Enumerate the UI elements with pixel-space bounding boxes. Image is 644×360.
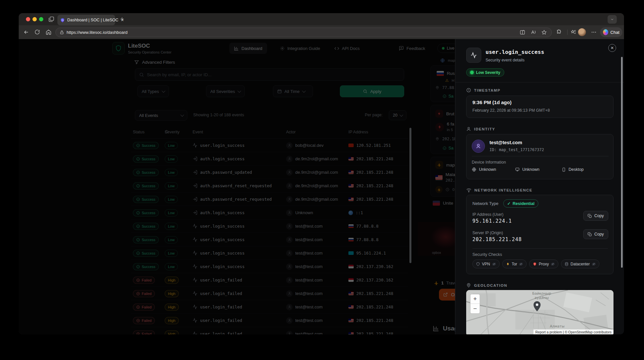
device-type: Desktop <box>562 167 584 172</box>
ip-user-label: IP Address (User) <box>472 212 503 217</box>
split-screen-icon[interactable] <box>520 30 525 35</box>
severity-badge-label: Low Severity <box>476 70 500 75</box>
refresh-icon[interactable] <box>34 29 40 35</box>
activity-pulse-icon <box>466 48 481 63</box>
tor-check-chip: Tor <box>502 259 527 268</box>
ip-user-value: 95.161.224.1 <box>472 218 512 224</box>
more-menu-icon[interactable] <box>591 29 597 35</box>
datacenter-check-chip: Datacenter <box>561 259 599 268</box>
event-title: user.login_success <box>486 49 544 55</box>
extensions-puzzle-icon[interactable] <box>556 29 562 35</box>
shield-icon <box>476 262 480 266</box>
check-icon: ✓ <box>507 201 510 206</box>
clock-icon <box>466 88 471 93</box>
copilot-chat-button[interactable]: Chat <box>600 27 622 37</box>
browser-tab[interactable]: Dashboard | SOC | LiteSOC ✕ <box>57 15 115 25</box>
map-zoom-controls: + − <box>470 294 480 314</box>
proxy-check-chip: Proxy <box>529 259 558 268</box>
tab-title: Dashboard | SOC | LiteSOC <box>67 18 118 22</box>
home-icon[interactable] <box>46 29 52 35</box>
zoom-in-button[interactable]: + <box>470 294 480 304</box>
favorites-bar-icon[interactable] <box>571 29 576 35</box>
toolbar-divider <box>567 30 568 35</box>
device-os: Unknown <box>515 167 539 172</box>
timestamp-card: 9:36 PM (1d ago) February 22, 2026 at 09… <box>466 96 613 118</box>
read-aloud-icon[interactable] <box>530 30 536 35</box>
profile-avatar[interactable] <box>578 28 586 36</box>
card-divider <box>472 156 609 156</box>
person-icon <box>466 126 471 131</box>
onion-icon <box>506 262 510 266</box>
lock-icon <box>60 30 64 34</box>
close-window-button[interactable] <box>26 17 30 21</box>
security-checks-label: Security Checks <box>472 252 502 257</box>
map-district-label: Байқоңырауданы <box>527 291 556 300</box>
url-text: https://www.litesoc.io/dashboard <box>67 30 520 35</box>
timestamp-full: February 22, 2026 at 09:36:13 PM GMT+8 <box>472 108 550 113</box>
new-tab-icon[interactable] <box>119 16 125 22</box>
copy-server-ip-button[interactable]: Copy <box>583 229 608 239</box>
tab-overview-icon[interactable] <box>48 16 54 22</box>
network-type-label: Network Type <box>472 201 498 206</box>
identity-card: test@test.com ID: map_test_1771767372 De… <box>466 134 613 179</box>
maximize-window-button[interactable] <box>39 17 43 21</box>
timestamp-section-header: TIMESTAMP <box>466 88 500 93</box>
page-content: LiteSOC Security Operations Center Dashb… <box>19 39 624 334</box>
wifi-icon <box>466 188 471 193</box>
map-city-label: Алматы <box>550 324 565 328</box>
browser-window: Dashboard | SOC | LiteSOC ✕ https://www.… <box>19 13 624 334</box>
eye-off-icon <box>492 262 496 266</box>
map-pin-icon <box>466 283 471 288</box>
location-pin-icon <box>533 301 541 312</box>
geolocation-map[interactable]: + − Байқоңырауданы Алматы Report a probl… <box>466 290 613 334</box>
site-favicon-shield-icon <box>60 18 65 23</box>
add-favorite-star-icon[interactable] <box>541 30 547 35</box>
device-info-label: Device Information <box>472 160 506 165</box>
ip-server-value: 202.185.221.248 <box>472 236 522 242</box>
eye-off-icon <box>519 262 523 266</box>
copy-icon <box>588 214 592 218</box>
eye-off-icon <box>592 262 596 266</box>
geolocation-section-header: GEOLOCATION <box>466 283 507 288</box>
copy-icon <box>588 232 592 236</box>
actor-email: test@test.com <box>489 140 522 145</box>
tab-list-chevron-icon[interactable] <box>608 15 617 24</box>
panel-scrollbar[interactable] <box>621 57 623 268</box>
vpn-check-chip: VPN <box>472 259 500 268</box>
zoom-out-button[interactable]: − <box>470 304 480 313</box>
copy-user-ip-button[interactable]: Copy <box>583 211 608 221</box>
copilot-logo-icon <box>603 29 608 35</box>
network-type-badge: ✓ Residential <box>503 199 538 208</box>
red-shield-icon <box>533 262 537 266</box>
browser-toolbar: https://www.litesoc.io/dashboard Chat <box>19 25 624 39</box>
event-subtitle: Security event details <box>486 58 525 62</box>
panel-divider <box>455 82 624 82</box>
ip-server-label: Server IP (Origin) <box>472 231 503 235</box>
server-icon <box>565 262 569 266</box>
monitor-icon <box>515 167 520 172</box>
identity-section-header: IDENTITY <box>466 126 495 131</box>
user-avatar <box>472 140 485 153</box>
security-checks-row: VPN Tor Proxy Datace <box>472 259 599 268</box>
network-card: Network Type ✓ Residential IP Address (U… <box>466 195 613 274</box>
device-browser: Unknown <box>472 167 496 172</box>
card-divider <box>472 248 608 249</box>
timestamp-relative: 9:36 PM (1d ago) <box>472 100 511 105</box>
map-attribution[interactable]: Report a problem | © OpenStreetMap contr… <box>533 329 613 334</box>
minimize-window-button[interactable] <box>32 17 37 21</box>
url-bar[interactable]: https://www.litesoc.io/dashboard <box>55 28 552 37</box>
green-dot-icon <box>470 71 474 74</box>
event-detail-panel: ✕ user.login_success Security event deta… <box>455 39 624 334</box>
globe-icon <box>472 167 476 172</box>
tab-bar: Dashboard | SOC | LiteSOC ✕ <box>19 13 624 25</box>
chat-button-label: Chat <box>611 30 619 35</box>
back-icon[interactable] <box>23 29 29 35</box>
actor-id: ID: map_test_1771767372 <box>489 147 544 152</box>
eye-off-icon <box>551 262 555 266</box>
close-panel-button[interactable]: ✕ <box>608 44 616 52</box>
device-icon <box>562 168 566 172</box>
severity-badge: Low Severity <box>466 68 504 77</box>
network-section-header: NETWORK INTELLIGENCE <box>466 188 532 193</box>
